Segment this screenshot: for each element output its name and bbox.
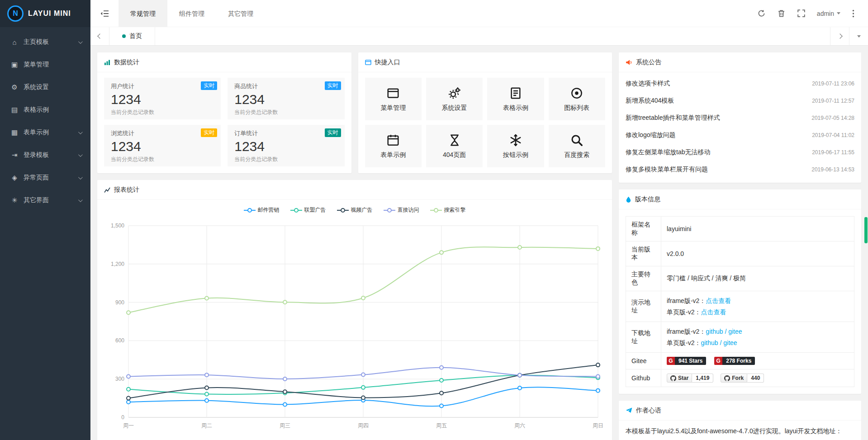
sidebar-item-label: 登录模板 bbox=[24, 151, 78, 159]
quick-item-icons[interactable]: 图标列表 bbox=[549, 78, 605, 120]
table-row: 演示地址 iframe版-v2：点击查看 单页版-v2：点击查看 bbox=[626, 291, 854, 322]
github-star-button[interactable]: Star1,419 bbox=[667, 374, 713, 383]
notice-item[interactable]: 新增treetable插件和菜单管理样式2019-07-05 14:28 bbox=[626, 109, 854, 127]
quick-item-notfound[interactable]: 404页面 bbox=[426, 125, 483, 167]
notice-item[interactable]: 修改logo缩放问题2019-07-04 11:02 bbox=[626, 127, 854, 144]
chevron-down-icon bbox=[78, 198, 83, 202]
row-value: v2.0.0 bbox=[661, 241, 854, 266]
quick-item-form[interactable]: 表单示例 bbox=[365, 125, 422, 167]
more-menu-button[interactable] bbox=[846, 9, 861, 18]
legend-item[interactable]: 联盟广告 bbox=[290, 206, 326, 214]
header-tab-regular[interactable]: 常规管理 bbox=[119, 0, 167, 27]
tab-scroll-right-button[interactable] bbox=[830, 27, 849, 45]
gears-icon bbox=[448, 86, 461, 100]
brand[interactable]: N LAYUI MINI bbox=[0, 0, 90, 27]
github-fork-button[interactable]: Fork440 bbox=[721, 374, 764, 383]
fullscreen-button[interactable] bbox=[791, 9, 811, 17]
stat-box: 浏览统计1234当前分类总记录数实时 bbox=[104, 125, 221, 166]
legend-marker-icon bbox=[290, 208, 302, 213]
stat-desc: 当前分类总记录数 bbox=[111, 109, 214, 116]
legend-item[interactable]: 搜索引擎 bbox=[430, 206, 466, 214]
quick-item-baidu[interactable]: 百度搜索 bbox=[549, 125, 605, 167]
realtime-badge: 实时 bbox=[325, 128, 341, 137]
quick-item-button[interactable]: 按钮示例 bbox=[487, 125, 544, 167]
legend-marker-icon bbox=[384, 208, 395, 213]
notice-text: 修改选项卡样式 bbox=[626, 80, 670, 88]
download-spa-gitee-link[interactable]: gitee bbox=[723, 339, 737, 346]
scrollbar-track[interactable] bbox=[864, 0, 868, 440]
table-row: Gitee G941 Stars G278 Forks bbox=[626, 353, 854, 369]
notice-item[interactable]: 新增系统404模板2019-07-11 12:57 bbox=[626, 92, 854, 109]
sidebar-item-settings[interactable]: ⚙系统设置 bbox=[0, 76, 90, 99]
link-separator: / bbox=[718, 339, 724, 346]
author-card: 作者心语 本模板基于layui2.5.4以及font-awesome-4.7.0… bbox=[619, 401, 861, 440]
quick-card-header: 快捷入口 bbox=[358, 52, 612, 72]
sidebar-item-form[interactable]: ▦表单示例 bbox=[0, 121, 90, 144]
sidebar-item-login[interactable]: ⇥登录模板 bbox=[0, 144, 90, 166]
chart-legend: 邮件营销联盟广告视频广告直接访问搜索引擎 bbox=[97, 200, 612, 216]
quick-item-settings[interactable]: 系统设置 bbox=[426, 78, 483, 120]
refresh-icon bbox=[758, 9, 765, 17]
svg-text:0: 0 bbox=[121, 414, 124, 421]
download-iframe-github-link[interactable]: github bbox=[706, 328, 723, 335]
sidebar-toggle-button[interactable] bbox=[90, 0, 119, 27]
tab-home[interactable]: 首页 bbox=[109, 27, 155, 45]
sidebar-item-label: 其它界面 bbox=[24, 196, 78, 204]
legend-item[interactable]: 邮件营销 bbox=[244, 206, 280, 214]
gitee-stars-badge[interactable]: G941 Stars bbox=[667, 357, 706, 365]
scrollbar-thumb[interactable] bbox=[864, 217, 868, 243]
sidebar-item-error[interactable]: ◈异常页面 bbox=[0, 166, 90, 189]
refresh-button[interactable] bbox=[751, 9, 772, 17]
gitee-forks-badge[interactable]: G278 Forks bbox=[714, 357, 755, 365]
row-value: iframe版-v2：github / gitee 单页版-v2：github … bbox=[661, 322, 854, 353]
notice-list: 修改选项卡样式2019-07-11 23:06新增系统404模板2019-07-… bbox=[619, 72, 861, 183]
error-page-icon: ◈ bbox=[9, 174, 20, 182]
legend-item[interactable]: 直接访问 bbox=[384, 206, 419, 214]
notice-date: 2019-06-13 14:53 bbox=[811, 166, 854, 173]
notice-text: 修复多模块菜单栏展开有问题 bbox=[626, 166, 708, 174]
notice-date: 2019-06-17 11:55 bbox=[812, 149, 854, 156]
clear-cache-button[interactable] bbox=[772, 9, 791, 17]
download-spa-prefix: 单页版-v2： bbox=[667, 339, 701, 346]
svg-text:600: 600 bbox=[115, 337, 124, 344]
menu-toggle-icon bbox=[100, 10, 109, 17]
search-icon bbox=[570, 133, 583, 147]
row-label: Github bbox=[626, 369, 661, 387]
svg-text:周二: 周二 bbox=[201, 422, 212, 429]
report-card: 报表统计 邮件营销联盟广告视频广告直接访问搜索引擎 03006009001,20… bbox=[97, 180, 612, 440]
demo-spa-link[interactable]: 点击查看 bbox=[701, 308, 726, 316]
stat-title: 浏览统计 bbox=[111, 129, 214, 137]
sidebar-item-misc[interactable]: ✳其它界面 bbox=[0, 189, 90, 212]
header-tab-other[interactable]: 其它管理 bbox=[216, 0, 265, 27]
quick-grid: 菜单管理系统设置表格示例图标列表表单示例404页面按钮示例百度搜索 bbox=[358, 72, 612, 173]
sidebar-item-menu[interactable]: ▣菜单管理 bbox=[0, 53, 90, 76]
github-fork-label: Fork bbox=[732, 375, 744, 381]
download-spa-github-link[interactable]: github bbox=[701, 339, 718, 346]
quick-item-table[interactable]: 表格示例 bbox=[487, 78, 544, 120]
megaphone-icon bbox=[626, 59, 632, 66]
calendar-icon: ▦ bbox=[9, 128, 20, 137]
notice-item[interactable]: 修复多模块菜单栏展开有问题2019-06-13 14:53 bbox=[626, 161, 854, 178]
download-iframe-gitee-link[interactable]: gitee bbox=[728, 328, 742, 335]
stat-title: 订单统计 bbox=[234, 129, 337, 137]
demo-iframe-link[interactable]: 点击查看 bbox=[706, 297, 731, 304]
header-tab-component[interactable]: 组件管理 bbox=[167, 0, 216, 27]
quick-item-menu[interactable]: 菜单管理 bbox=[365, 78, 422, 120]
gear-icon: ⚙ bbox=[9, 83, 20, 91]
stat-desc: 当前分类总记录数 bbox=[111, 156, 214, 163]
gitee-logo-icon: G bbox=[667, 357, 675, 365]
user-menu[interactable]: admin bbox=[811, 10, 846, 17]
top-bar: 常规管理组件管理其它管理 admin bbox=[90, 0, 868, 27]
sidebar-item-home[interactable]: ⌂主页模板 bbox=[0, 31, 90, 53]
main-content: 数据统计 用户统计1234当前分类总记录数实时商品统计1234当前分类总记录数实… bbox=[90, 46, 868, 440]
svg-text:周六: 周六 bbox=[514, 422, 525, 429]
tab-scroll-left-button[interactable] bbox=[90, 27, 109, 45]
download-iframe-prefix: iframe版-v2： bbox=[667, 328, 706, 335]
sidebar-item-table[interactable]: ▤表格示例 bbox=[0, 99, 90, 121]
notice-item[interactable]: 修复左侧菜单缩放tab无法移动2019-06-17 11:55 bbox=[626, 144, 854, 161]
notice-date: 2019-07-05 14:28 bbox=[811, 115, 854, 121]
legend-item[interactable]: 视频广告 bbox=[337, 206, 373, 214]
row-label: Gitee bbox=[626, 353, 661, 369]
notice-item[interactable]: 修改选项卡样式2019-07-11 23:06 bbox=[626, 75, 854, 92]
row-value: 零门槛 / 响应式 / 清爽 / 极简 bbox=[661, 266, 854, 291]
